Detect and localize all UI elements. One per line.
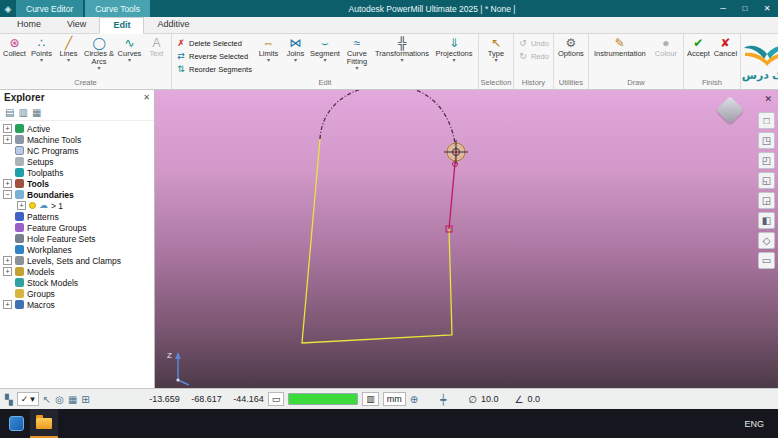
close-button[interactable]: ✕: [756, 4, 778, 13]
collapse-toggle[interactable]: −: [3, 190, 12, 199]
wireframe-view-button[interactable]: ◇: [758, 232, 775, 249]
undo-button[interactable]: ↺ Undo: [518, 37, 549, 49]
chevron-down-icon: ▾: [355, 66, 358, 72]
transformations-button[interactable]: ╬ Transformations ▾: [373, 35, 431, 78]
graphics-viewport[interactable]: Z ✕ □ ◳ ◰ ◱ ◲ ◧ ◇ ▭: [155, 90, 778, 388]
viewport-close-icon[interactable]: ✕: [764, 94, 772, 104]
language-indicator[interactable]: ENG: [732, 419, 776, 429]
progress-bar: [288, 393, 358, 405]
cursor-select-icon[interactable]: ↖: [43, 394, 51, 405]
tree-item-groups[interactable]: Groups: [3, 288, 154, 299]
tree-item-tools[interactable]: + Tools: [3, 178, 154, 189]
curves-button[interactable]: ∿ Curves ▾: [116, 35, 143, 78]
circles-arcs-button[interactable]: ◯ Circles & Arcs ▾: [82, 35, 116, 78]
tree-item-boundary-1[interactable]: + ☁ > 1: [17, 200, 154, 211]
curve-fitting-icon: ≈: [354, 36, 361, 50]
tree-item-hole-feature-sets[interactable]: Hole Feature Sets: [3, 233, 154, 244]
tree-item-patterns[interactable]: Patterns: [3, 211, 154, 222]
expand-toggle[interactable]: +: [3, 256, 12, 265]
expand-toggle[interactable]: +: [17, 201, 26, 210]
tab-view[interactable]: View: [54, 17, 99, 33]
tree-item-workplanes[interactable]: Workplanes: [3, 244, 154, 255]
raster-preview-icon[interactable]: ▚: [5, 394, 13, 405]
explorer-close-icon[interactable]: ✕: [143, 93, 150, 102]
folder-icon: [36, 418, 52, 429]
tree-item-levels-sets-clamps[interactable]: + Levels, Sets and Clamps: [3, 255, 154, 266]
tab-home[interactable]: Home: [4, 17, 54, 33]
tree-item-setups[interactable]: Setups: [3, 156, 154, 167]
lightbulb-icon[interactable]: [29, 202, 36, 209]
coordinate-input-button[interactable]: ▭: [268, 392, 285, 406]
tree-item-toolpaths[interactable]: Toolpaths: [3, 167, 154, 178]
intelligent-cursor-icon[interactable]: ▦: [68, 394, 77, 405]
curve-canvas[interactable]: [155, 90, 778, 390]
grid-icon[interactable]: ⊞: [81, 394, 89, 405]
side-view-button[interactable]: ◲: [758, 192, 775, 209]
models-icon: [15, 267, 24, 276]
units-dropdown[interactable]: mm: [383, 392, 406, 406]
tab-additive[interactable]: Additive: [144, 17, 202, 33]
curves-icon: ∿: [124, 36, 134, 50]
tree-item-nc-programs[interactable]: NC Programs: [3, 145, 154, 156]
main-area: Explorer ✕ ▤ ▥ ▦ + Active + Machine Tool…: [0, 90, 778, 388]
tree-item-macros[interactable]: + Macros: [3, 299, 154, 310]
pin-panel-icon[interactable]: ▥: [18, 107, 27, 118]
group-label-selection: Selection: [480, 78, 512, 89]
zoom-fit-button[interactable]: □: [758, 112, 775, 129]
setups-icon: [15, 157, 24, 166]
expand-toggle[interactable]: +: [3, 135, 12, 144]
taskbar-app-button[interactable]: [2, 409, 30, 438]
expand-toggle[interactable]: +: [3, 124, 12, 133]
points-button[interactable]: ∴ Points ▾: [28, 35, 55, 78]
tolerance-slider-icon[interactable]: ┿: [440, 394, 446, 405]
tree-view-icon[interactable]: ▤: [5, 107, 14, 118]
shade-view-button[interactable]: ◧: [758, 212, 775, 229]
file-explorer-button[interactable]: [30, 409, 58, 438]
segment-button[interactable]: ⌣ Segment ▾: [309, 35, 341, 78]
projections-button[interactable]: ⇓ Projections ▾: [431, 35, 477, 78]
reorder-segments-button[interactable]: ⇅ Reorder Segments: [176, 63, 252, 75]
snap-filter-dropdown[interactable]: ✓ ▾: [17, 392, 39, 406]
tree-item-stock-models[interactable]: Stock Models: [3, 277, 154, 288]
instrumentation-button[interactable]: ✎ Instrumentation: [590, 35, 650, 78]
coordinate-z: -44.164: [226, 394, 264, 404]
tree-item-machine-tools[interactable]: + Machine Tools: [3, 134, 154, 145]
tree-item-models[interactable]: + Models: [3, 266, 154, 277]
reverse-selected-button[interactable]: ⇄ Reverse Selected: [176, 50, 252, 62]
front-view-button[interactable]: ◱: [758, 172, 775, 189]
text-button: A Text: [143, 35, 170, 78]
type-button[interactable]: ↖ Type ▾: [480, 35, 512, 78]
calculator-button[interactable]: ▥: [362, 392, 379, 406]
explorer-panel: Explorer ✕ ▤ ▥ ▦ + Active + Machine Tool…: [0, 90, 155, 388]
minimize-button[interactable]: ─: [712, 4, 734, 13]
accept-button[interactable]: ✔ Accept: [685, 35, 712, 78]
tab-curve-editor[interactable]: Curve Editor: [16, 0, 83, 17]
expand-toggle[interactable]: +: [3, 267, 12, 276]
collect-button[interactable]: ⊛ Collect: [1, 35, 28, 78]
expand-toggle[interactable]: +: [3, 300, 12, 309]
curve-fitting-button[interactable]: ≈ Curve Fitting ▾: [341, 35, 373, 78]
iso-view-button[interactable]: ◳: [758, 132, 775, 149]
tree-item-active[interactable]: + Active: [3, 123, 154, 134]
tab-curve-tools[interactable]: Curve Tools: [85, 0, 150, 17]
expand-toggle[interactable]: +: [3, 179, 12, 188]
redo-button[interactable]: ↻ Redo: [518, 50, 549, 62]
multi-view-button[interactable]: ▭: [758, 252, 775, 269]
tab-edit[interactable]: Edit: [99, 17, 144, 34]
options-button[interactable]: ⚙ Options: [555, 35, 587, 78]
delete-selected-button[interactable]: ✗ Delete Selected: [176, 37, 252, 49]
limits-button[interactable]: ⇔ Limits ▾: [255, 35, 282, 78]
joins-button[interactable]: ⋈ Joins ▾: [282, 35, 309, 78]
maximize-button[interactable]: □: [734, 4, 756, 13]
cancel-button[interactable]: ✘ Cancel: [712, 35, 739, 78]
lines-button[interactable]: ╱ Lines ▾: [55, 35, 82, 78]
tree-item-feature-groups[interactable]: Feature Groups: [3, 222, 154, 233]
tool-diameter-value[interactable]: 10.0: [481, 394, 499, 404]
snap-target-icon[interactable]: ◎: [55, 394, 64, 405]
group-label-edit: Edit: [173, 78, 477, 89]
trash-icon[interactable]: ▦: [32, 107, 41, 118]
top-view-button[interactable]: ◰: [758, 152, 775, 169]
tree-item-boundaries[interactable]: − Boundaries: [3, 189, 154, 200]
angle-value[interactable]: 0.0: [527, 394, 540, 404]
workplane-position-icon[interactable]: ⊕: [410, 394, 418, 405]
